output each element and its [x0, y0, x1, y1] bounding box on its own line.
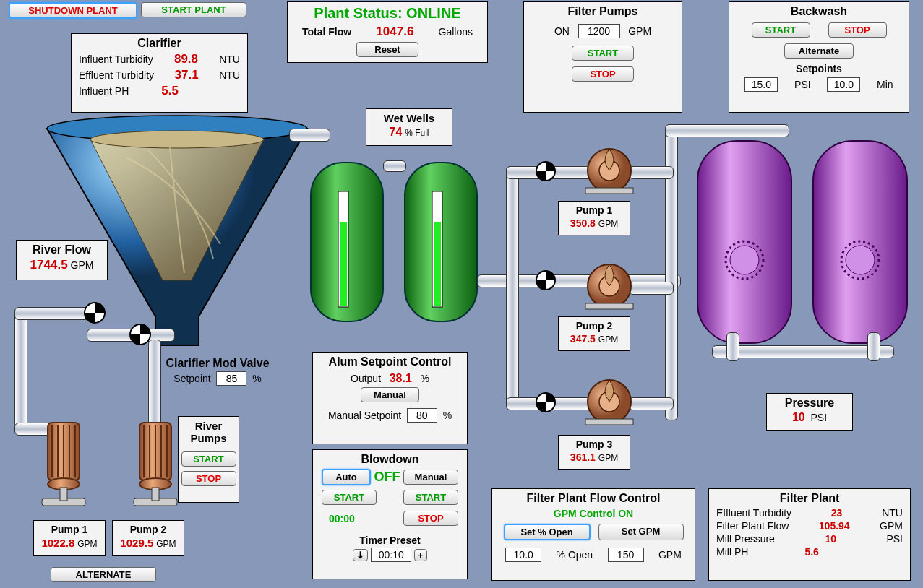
valve-icon	[535, 160, 557, 182]
alum-manual-button[interactable]: Manual	[361, 387, 419, 402]
timer-down-button[interactable]: ⇣	[353, 549, 368, 561]
filter-pump-3-value: Pump 3 361.1 GPM	[558, 435, 630, 470]
filter-pump-1-icon	[575, 139, 647, 196]
filter-pump-2-icon	[575, 254, 647, 312]
backwash-psi-input[interactable]: 15.0	[744, 77, 778, 92]
cmv-setpoint-input[interactable]: 85	[216, 371, 246, 386]
svg-rect-21	[152, 488, 159, 501]
river-pumps-alternate-button[interactable]: ALTERNATE	[51, 567, 156, 582]
filter-pumps-start-button[interactable]: START	[572, 46, 634, 61]
blowdown-manual-stop-button[interactable]: STOP	[403, 511, 458, 526]
svg-rect-36	[585, 303, 633, 309]
backwash-alternate-button[interactable]: Alternate	[784, 43, 854, 59]
river-flow-panel: River Flow 1744.5 GPM	[16, 240, 108, 280]
filter-pump-1-value: Pump 1 350.8 GPM	[558, 201, 630, 235]
filter-plant-panel: Filter Plant Effluent Turbidity23NTU Fil…	[708, 488, 911, 581]
backwash-panel: Backwash START STOP Alternate Setpoints …	[729, 1, 909, 113]
blowdown-auto-start-button[interactable]: START	[322, 490, 377, 505]
backwash-min-input[interactable]: 10.0	[827, 77, 860, 92]
filter-tanks-icon	[690, 134, 922, 379]
fpc-set-open-button[interactable]: Set % Open	[504, 524, 591, 540]
timer-preset-input[interactable]: 00:10	[371, 548, 411, 562]
filter-pumps-on-input[interactable]: 1200	[578, 24, 620, 38]
fpc-gpm-input[interactable]: 150	[608, 548, 644, 562]
filter-pumps-panel: Filter Pumps ON 1200 GPM START STOP	[523, 1, 682, 113]
svg-point-45	[846, 246, 875, 274]
river-pumps-stop-button[interactable]: STOP	[181, 471, 236, 486]
clarifier-panel: Clarifier Influent Turbidity89.8NTU Effl…	[71, 33, 248, 113]
svg-rect-24	[340, 222, 347, 306]
fpc-panel: Filter Plant Flow Control GPM Control ON…	[491, 488, 695, 581]
cmv-panel: Clarifier Mod Valve Setpoint 85 %	[149, 354, 286, 394]
shutdown-plant-button[interactable]: SHUTDOWN PLANT	[9, 2, 137, 19]
river-flow-title: River Flow	[17, 241, 107, 258]
clarifier-icon	[40, 114, 314, 360]
fpc-open-input[interactable]: 10.0	[505, 548, 541, 562]
svg-rect-33	[585, 188, 633, 194]
river-pump-2-icon	[126, 415, 184, 524]
blowdown-auto-button[interactable]: Auto	[322, 469, 371, 485]
total-flow-unit: Gallons	[439, 26, 473, 38]
valve-icon	[535, 392, 557, 413]
blowdown-manual-start-button[interactable]: START	[403, 490, 458, 505]
svg-point-42	[730, 246, 759, 274]
filter-pumps-stop-button[interactable]: STOP	[572, 66, 634, 82]
blowdown-panel: Blowdown Auto OFF Manual START START 00:…	[312, 449, 468, 579]
fpc-set-gpm-button[interactable]: Set GPM	[598, 524, 684, 540]
svg-point-1	[90, 131, 264, 148]
river-pumps-panel: River Pumps START STOP	[178, 416, 239, 503]
river-pump-1-icon	[35, 415, 93, 524]
valve-icon	[535, 269, 557, 291]
river-pumps-start-button[interactable]: START	[181, 451, 236, 467]
plant-status-label: Plant Status: ONLINE	[288, 2, 487, 22]
blowdown-manual-button[interactable]: Manual	[403, 470, 458, 485]
plant-status-panel: Plant Status: ONLINE Total Flow 1047.6 G…	[287, 1, 488, 63]
svg-rect-12	[60, 488, 67, 501]
pressure-panel: Pressure 10 PSI	[766, 393, 853, 431]
wet-wells-icon	[304, 148, 491, 343]
backwash-start-button[interactable]: START	[752, 22, 810, 38]
valve-icon	[129, 323, 152, 346]
filter-pump-2-value: Pump 2 347.5 GPM	[558, 316, 630, 351]
alum-manual-setpoint-input[interactable]: 80	[407, 408, 437, 423]
total-flow-label: Total Flow	[302, 26, 351, 38]
clarifier-title: Clarifier	[72, 34, 247, 51]
total-flow-value: 1047.6	[376, 25, 413, 39]
svg-rect-27	[434, 222, 441, 306]
reset-button[interactable]: Reset	[356, 42, 418, 57]
valve-icon	[83, 301, 106, 324]
start-plant-button[interactable]: START PLANT	[141, 2, 246, 17]
filter-pump-3-icon	[575, 370, 647, 428]
river-pump-1-panel: Pump 1 1022.8 GPM	[33, 520, 106, 556]
backwash-stop-button[interactable]: STOP	[828, 22, 887, 38]
wet-wells-panel: Wet Wells 74 % Full	[366, 108, 452, 146]
svg-rect-39	[585, 419, 633, 425]
river-pump-2-panel: Pump 2 1029.5 GPM	[112, 520, 184, 556]
alum-panel: Alum Setpoint Control Output 38.1 % Manu…	[312, 352, 468, 444]
timer-up-button[interactable]: +	[414, 549, 427, 561]
